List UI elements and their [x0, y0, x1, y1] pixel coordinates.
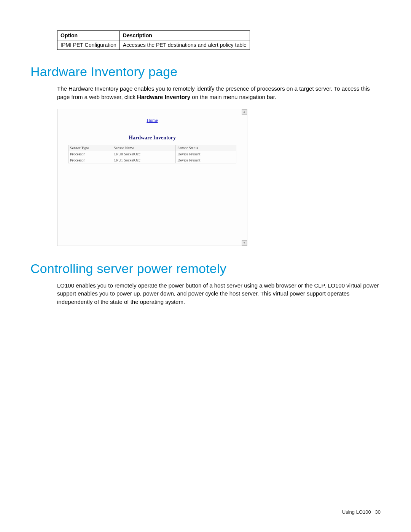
screenshot-row: Processor CPU0 SocketOcc Device Present [68, 151, 236, 157]
header-option: Option [57, 31, 120, 40]
screenshot-title: Hardware Inventory [68, 135, 236, 141]
screenshot-table: Sensor Type Sensor Name Sensor Status Pr… [68, 145, 236, 163]
footer-label: Using LO100 [342, 509, 371, 515]
section-heading-controlling-power: Controlling server power remotely [30, 261, 381, 276]
table-row: IPMI PET Configuration Accesses the PET … [57, 40, 250, 50]
hardware-inventory-screenshot: ▲ Home Hardware Inventory Sensor Type Se… [57, 109, 247, 246]
footer-page-number: 30 [375, 509, 381, 515]
screenshot-row: Processor CPU1 SocketOcc Device Present [68, 157, 236, 163]
screenshot-cell: CPU0 SocketOcc [112, 151, 176, 157]
table-header-row: Option Description [57, 31, 250, 40]
section-heading-hardware-inventory: Hardware Inventory page [30, 64, 381, 79]
section1-body-post: on the main menu navigation bar. [190, 94, 276, 100]
screenshot-cell: Device Present [176, 151, 236, 157]
cell-option: IPMI PET Configuration [57, 40, 120, 50]
screenshot-header-row: Sensor Type Sensor Name Sensor Status [68, 145, 236, 151]
header-description: Description [119, 31, 250, 40]
screenshot-cell: Processor [68, 151, 112, 157]
screenshot-home-link: Home [68, 118, 236, 123]
screenshot-th-sensor-status: Sensor Status [176, 145, 236, 151]
option-table: Option Description IPMI PET Configuratio… [57, 30, 250, 50]
page-footer: Using LO100 30 [342, 509, 381, 515]
section2-body: LO100 enables you to remotely operate th… [57, 281, 381, 306]
section1-body: The Hardware Inventory page enables you … [57, 85, 381, 101]
screenshot-th-sensor-name: Sensor Name [112, 145, 176, 151]
scroll-up-icon: ▲ [242, 109, 247, 115]
screenshot-cell: Processor [68, 157, 112, 163]
cell-description: Accesses the PET destinations and alert … [119, 40, 250, 50]
scroll-down-icon: ▼ [242, 240, 247, 246]
screenshot-cell: CPU1 SocketOcc [112, 157, 176, 163]
screenshot-th-sensor-type: Sensor Type [68, 145, 112, 151]
screenshot-cell: Device Present [176, 157, 236, 163]
section1-body-bold: Hardware Inventory [137, 94, 190, 100]
